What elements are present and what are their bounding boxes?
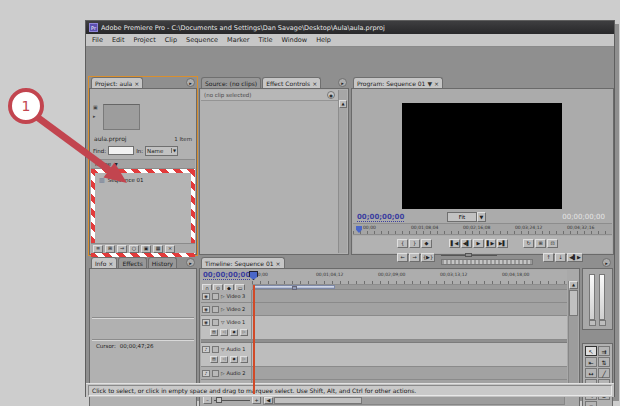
- mute-button[interactable]: [589, 320, 596, 326]
- next-keyframe-button[interactable]: ▷: [240, 329, 248, 336]
- menu-title[interactable]: Title: [259, 36, 273, 44]
- scroll-up-icon[interactable]: ▲: [569, 281, 578, 289]
- menu-file[interactable]: File: [92, 36, 103, 44]
- loop-button[interactable]: ↻: [523, 239, 534, 248]
- new-item-button[interactable]: ▦: [153, 245, 163, 253]
- set-marker-button[interactable]: ◆: [421, 239, 432, 248]
- track-select-tool-icon[interactable]: ⇉: [598, 346, 610, 356]
- collapse-triangle-icon[interactable]: ▷: [221, 307, 224, 312]
- toggle-track-output-icon[interactable]: ♪: [202, 370, 210, 377]
- menu-project[interactable]: Project: [133, 36, 155, 44]
- track-lock[interactable]: [212, 293, 219, 300]
- find-in-dropdown[interactable]: Name ▼: [145, 146, 178, 156]
- add-keyframe-button[interactable]: ◆: [230, 356, 238, 363]
- track-content[interactable]: [252, 290, 567, 302]
- scroll-left-icon[interactable]: ◀: [264, 397, 273, 404]
- close-icon[interactable]: ×: [276, 260, 281, 267]
- current-time-indicator[interactable]: [253, 285, 255, 394]
- zoom-out-button[interactable]: –: [203, 396, 212, 404]
- rate-stretch-tool-icon[interactable]: ↔: [585, 368, 597, 378]
- rolling-edit-tool-icon[interactable]: ⇅: [598, 357, 610, 367]
- panel-menu-button[interactable]: ▸: [602, 258, 611, 267]
- timeline-timecode[interactable]: 00;00;00;00: [203, 271, 250, 280]
- track-content[interactable]: [252, 316, 567, 339]
- menu-clip[interactable]: Clip: [165, 36, 177, 44]
- tab-effects[interactable]: Effects: [118, 257, 146, 268]
- timeline-view-toggle-icon[interactable]: ●: [327, 91, 335, 99]
- close-icon[interactable]: ×: [312, 80, 317, 87]
- new-bin-button[interactable]: ▣: [141, 245, 151, 253]
- toggle-track-output-icon[interactable]: ♪: [202, 346, 210, 353]
- toggle-track-output-icon[interactable]: ◉: [202, 319, 210, 326]
- set-display-style-button[interactable]: ▤: [210, 356, 218, 363]
- automate-to-sequence-button[interactable]: ⇒: [117, 245, 127, 253]
- next-keyframe-button[interactable]: ▷: [240, 356, 248, 363]
- close-icon[interactable]: ×: [134, 80, 139, 87]
- ripple-edit-tool-icon[interactable]: ⇤: [585, 357, 597, 367]
- panel-menu-button[interactable]: ▸: [186, 78, 195, 87]
- poster-frame-icon[interactable]: ▣: [93, 104, 101, 110]
- chevron-down-icon[interactable]: ▼: [427, 80, 432, 87]
- track-content[interactable]: [252, 367, 567, 379]
- step-forward-button[interactable]: ▌▶: [485, 239, 496, 248]
- zoom-tool-icon[interactable]: ○: [585, 401, 597, 406]
- vertical-scrollbar[interactable]: ▲: [338, 90, 347, 253]
- scrollbar-thumb[interactable]: [274, 397, 362, 404]
- tab-source[interactable]: Source: (no clips): [201, 77, 261, 88]
- expand-triangle-icon[interactable]: ▽: [221, 320, 224, 325]
- clear-button[interactable]: ×: [165, 245, 175, 253]
- razor-tool-icon[interactable]: ╱: [598, 368, 610, 378]
- play-preview-icon[interactable]: ▸: [93, 113, 101, 119]
- zoom-in-button[interactable]: +: [252, 396, 261, 404]
- zoom-level-dropdown[interactable]: Fit: [447, 212, 477, 222]
- menu-help[interactable]: Help: [316, 36, 331, 44]
- close-icon[interactable]: ×: [108, 260, 113, 267]
- prev-keyframe-button[interactable]: ◁: [220, 356, 228, 363]
- toggle-track-output-icon[interactable]: ◉: [202, 306, 210, 313]
- safe-margins-button[interactable]: ⊞: [535, 239, 546, 248]
- track-lock[interactable]: [212, 346, 219, 353]
- tab-program[interactable]: Program: Sequence 01 ▼ ×: [353, 77, 443, 88]
- tab-history[interactable]: History: [148, 257, 177, 268]
- close-icon[interactable]: ×: [434, 80, 439, 87]
- track-lock[interactable]: [212, 370, 219, 377]
- current-timecode[interactable]: 00;00;00;00: [357, 213, 404, 222]
- panel-menu-button[interactable]: ▸: [338, 78, 347, 87]
- track-lock[interactable]: [212, 319, 219, 326]
- set-out-point-button[interactable]: }: [409, 239, 420, 248]
- work-area-bar[interactable]: [253, 285, 335, 289]
- set-display-style-button[interactable]: ▤: [210, 329, 218, 336]
- find-button[interactable]: ○: [129, 245, 139, 253]
- add-keyframe-button[interactable]: ◆: [230, 329, 238, 336]
- go-to-in-button[interactable]: ▌◀: [449, 239, 460, 248]
- track-lock[interactable]: [212, 306, 219, 313]
- scrollbar-thumb[interactable]: [569, 290, 578, 316]
- tab-effect-controls[interactable]: Effect Controls ×: [262, 77, 321, 88]
- tab-info[interactable]: Info ×: [91, 257, 117, 268]
- program-time-ruler[interactable]: 00;00 00;01;08;04 00;02;16;08 00;03;24;1…: [353, 223, 612, 235]
- chevron-down-icon[interactable]: ▼: [477, 212, 486, 222]
- timeline-ruler[interactable]: 00;00 00;01;04;12 00;02;09;00 00;03;13;1…: [252, 270, 567, 285]
- set-in-point-button[interactable]: {: [397, 239, 408, 248]
- vertical-scrollbar[interactable]: ▲ ▼: [568, 281, 578, 394]
- output-button[interactable]: ⊡: [547, 239, 558, 248]
- find-input[interactable]: [108, 146, 134, 155]
- selection-tool-icon[interactable]: ↖: [585, 346, 597, 356]
- track-content[interactable]: [252, 303, 567, 315]
- menu-marker[interactable]: Marker: [227, 36, 249, 44]
- tab-timeline[interactable]: Timeline: Sequence 01 ×: [201, 257, 285, 268]
- collapse-triangle-icon[interactable]: ▷: [221, 371, 224, 376]
- go-to-out-button[interactable]: ▶▌: [497, 239, 508, 248]
- expand-triangle-icon[interactable]: ▽: [221, 347, 224, 352]
- tab-project[interactable]: Project: aula ×: [91, 77, 143, 88]
- name-column-header[interactable]: Name ▼: [91, 159, 195, 169]
- menu-sequence[interactable]: Sequence: [186, 36, 218, 44]
- play-button[interactable]: ▶: [473, 239, 484, 248]
- scroll-up-icon[interactable]: ▲: [339, 100, 347, 108]
- collapse-triangle-icon[interactable]: ▷: [221, 294, 224, 299]
- icon-view-button[interactable]: ⊞: [105, 245, 115, 253]
- menu-edit[interactable]: Edit: [112, 36, 125, 44]
- menu-window[interactable]: Window: [281, 36, 307, 44]
- toggle-track-output-icon[interactable]: ◉: [202, 293, 210, 300]
- step-back-button[interactable]: ◀▌: [461, 239, 472, 248]
